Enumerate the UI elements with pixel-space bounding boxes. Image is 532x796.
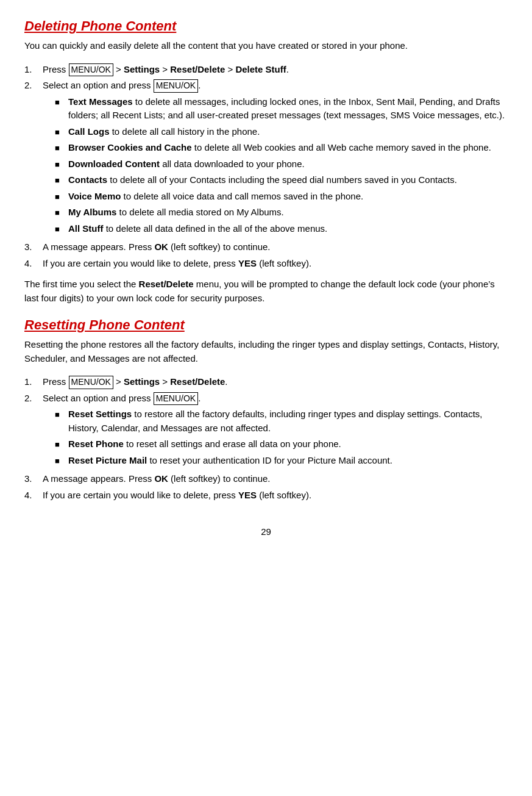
- step2-content: Select an option and press MENU/OK. ■ Te…: [43, 79, 508, 238]
- bullet-text-messages: ■ Text Messages to delete all messages, …: [55, 95, 508, 123]
- menu-ok-box-2: MENU/OK: [154, 79, 198, 93]
- section1-step1: 1. Press MENU/OK > Settings > Reset/Dele…: [24, 63, 508, 77]
- step3-num: 3.: [24, 240, 43, 254]
- bullet-icon-s2-1: ■: [55, 409, 68, 435]
- section1-note: The first time you select the Reset/Dele…: [24, 278, 508, 305]
- bullet-content-6: Voice Memo to delete all voice data and …: [68, 190, 363, 204]
- s2-step3-num: 3.: [24, 472, 43, 486]
- section1-step2: 2. Select an option and press MENU/OK. ■…: [24, 79, 508, 238]
- section2-step3: 3. A message appears. Press OK (left sof…: [24, 472, 508, 486]
- step4-content: If you are certain you would like to del…: [43, 257, 311, 271]
- step1-num: 1.: [24, 63, 43, 77]
- bullet-content-8: All Stuff to delete all data defined in …: [68, 222, 327, 236]
- bullet-icon-2: ■: [55, 126, 68, 139]
- bullet-icon-7: ■: [55, 207, 68, 220]
- menu-ok-box-1: MENU/OK: [69, 63, 113, 77]
- section1-bullet-list: ■ Text Messages to delete all messages, …: [55, 95, 508, 236]
- step2-num: 2.: [24, 79, 43, 238]
- section2-step4: 4. If you are certain you would like to …: [24, 489, 508, 503]
- step1-content: Press MENU/OK > Settings > Reset/Delete …: [43, 63, 289, 77]
- s2-step1-content: Press MENU/OK > Settings > Reset/Delete.: [43, 375, 227, 389]
- bullet-icon-4: ■: [55, 159, 68, 171]
- section2-steps-list: 1. Press MENU/OK > Settings > Reset/Dele…: [24, 375, 508, 502]
- menu-ok-box-3: MENU/OK: [69, 376, 113, 389]
- step3-content: A message appears. Press OK (left softke…: [43, 240, 271, 254]
- bullet-content-s2-1: Reset Settings to restore all the factor…: [68, 407, 508, 435]
- section1-step4: 4. If you are certain you would like to …: [24, 257, 508, 271]
- s2-step3-content: A message appears. Press OK (left softke…: [43, 472, 271, 486]
- bullet-reset-settings: ■ Reset Settings to restore all the fact…: [55, 407, 508, 435]
- bullet-icon-3: ■: [55, 142, 68, 155]
- bullet-content-3: Browser Cookies and Cache to delete all …: [68, 141, 491, 155]
- bullet-voice-memo: ■ Voice Memo to delete all voice data an…: [55, 190, 508, 204]
- bullet-browser-cookies: ■ Browser Cookies and Cache to delete al…: [55, 141, 508, 155]
- section2-title: Resetting Phone Content: [24, 317, 508, 333]
- bullet-content-s2-3: Reset Picture Mail to reset your authent…: [68, 454, 392, 468]
- bullet-content-1: Text Messages to delete all messages, in…: [68, 95, 508, 123]
- bullet-icon-6: ■: [55, 191, 68, 204]
- bullet-call-logs: ■ Call Logs to delete all call history i…: [55, 125, 508, 139]
- bullet-content-7: My Albums to delete all media stored on …: [68, 206, 284, 220]
- s2-step2-num: 2.: [24, 392, 43, 470]
- bullet-all-stuff: ■ All Stuff to delete all data defined i…: [55, 222, 508, 236]
- s2-step4-content: If you are certain you would like to del…: [43, 489, 311, 503]
- bullet-icon-8: ■: [55, 223, 68, 236]
- section2-step2: 2. Select an option and press MENU/OK. ■…: [24, 392, 508, 470]
- bullet-my-albums: ■ My Albums to delete all media stored o…: [55, 206, 508, 220]
- bullet-icon-5: ■: [55, 174, 68, 187]
- bullet-downloaded-content: ■ Downloaded Content all data downloaded…: [55, 157, 508, 171]
- bullet-content-4: Downloaded Content all data downloaded t…: [68, 157, 305, 171]
- section-deleting: Deleting Phone Content You can quickly a…: [24, 18, 508, 305]
- section1-step3: 3. A message appears. Press OK (left sof…: [24, 240, 508, 254]
- section1-steps-list: 1. Press MENU/OK > Settings > Reset/Dele…: [24, 63, 508, 271]
- bullet-content-5: Contacts to delete all of your Contacts …: [68, 173, 457, 187]
- section1-intro: You can quickly and easily delete all th…: [24, 39, 508, 53]
- bullet-contacts: ■ Contacts to delete all of your Contact…: [55, 173, 508, 187]
- bullet-content-s2-2: Reset Phone to reset all settings and er…: [68, 437, 341, 451]
- bullet-icon-s2-2: ■: [55, 439, 68, 451]
- section2-intro: Resetting the phone restores all the fac…: [24, 338, 508, 365]
- bullet-icon-s2-3: ■: [55, 455, 68, 468]
- bullet-reset-picture-mail: ■ Reset Picture Mail to reset your authe…: [55, 454, 508, 468]
- bullet-content-2: Call Logs to delete all call history in …: [68, 125, 260, 139]
- bullet-icon-1: ■: [55, 96, 68, 123]
- page-number: 29: [24, 526, 508, 537]
- section2-step1: 1. Press MENU/OK > Settings > Reset/Dele…: [24, 375, 508, 389]
- s2-step4-num: 4.: [24, 489, 43, 503]
- section1-title: Deleting Phone Content: [24, 18, 508, 34]
- s2-step1-num: 1.: [24, 375, 43, 389]
- step4-num: 4.: [24, 257, 43, 271]
- section-resetting: Resetting Phone Content Resetting the ph…: [24, 317, 508, 502]
- s2-step2-content: Select an option and press MENU/OK. ■ Re…: [43, 392, 508, 470]
- section2-bullet-list: ■ Reset Settings to restore all the fact…: [55, 407, 508, 467]
- bullet-reset-phone: ■ Reset Phone to reset all settings and …: [55, 437, 508, 451]
- menu-ok-box-4: MENU/OK: [154, 392, 198, 406]
